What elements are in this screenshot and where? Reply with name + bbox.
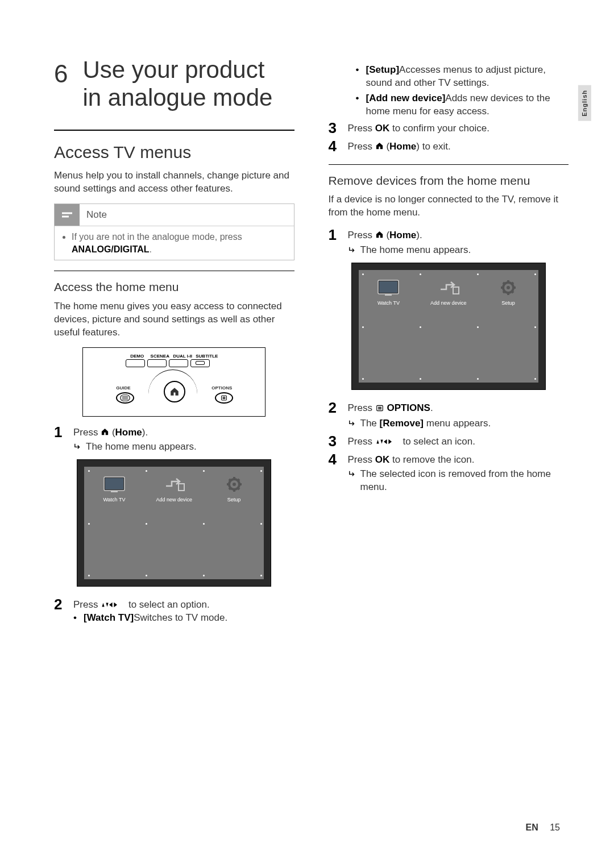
section-intro: Menus help you to install channels, chan… (54, 169, 294, 196)
page-footer: EN 15 (526, 821, 560, 834)
rule (54, 271, 294, 271)
remove-step-4: 4 Press OK to remove the icon. The selec… (329, 452, 569, 494)
left-column: 6 Use your product in analogue mode Acce… (54, 57, 294, 630)
result-arrow-icon (348, 244, 356, 257)
chapter-heading: 6 Use your product in analogue mode (54, 57, 294, 113)
result-arrow-icon (73, 441, 81, 454)
right-column: [Setup]Accesses menus to adjust picture,… (329, 57, 569, 630)
tv-menu-setup: Setup (204, 475, 264, 509)
tv-menu-figure: Watch TV Add new device Setup (351, 263, 546, 390)
subsection-intro: If a device is no longer connected to th… (329, 193, 569, 219)
remote-options-button (215, 392, 233, 404)
remove-step-1: 1 Press (Home). The home menu appears. (329, 227, 569, 257)
tv-menu-setup: Setup (478, 278, 538, 312)
subsection-heading: Access the home menu (54, 279, 294, 295)
step-2: 2 Press to select an option. [Watch TV]S… (54, 597, 294, 627)
options-icon (375, 403, 384, 416)
remove-step-2: 2 Press OPTIONS. The [Remove] menu appea… (329, 400, 569, 430)
footer-lang: EN (526, 823, 538, 832)
remote-guide-button (116, 392, 134, 404)
subsection-intro: The home menu gives you easy access to c… (54, 300, 294, 339)
option-watch-tv: [Watch TV]Switches to TV mode. (73, 612, 294, 625)
tv-menu-figure: Watch TV Add new device Setup (77, 459, 271, 587)
option-setup: [Setup]Accesses menus to adjust picture,… (356, 64, 569, 90)
chapter-title-line1: Use your product (82, 57, 264, 83)
rule (54, 130, 294, 131)
home-icon (375, 141, 384, 154)
home-icon (375, 230, 384, 243)
nav-arrows-icon (375, 438, 400, 447)
tv-menu-add-device: Add new device (418, 278, 478, 312)
chapter-title-line2: in analogue mode (82, 85, 272, 111)
tv-menu-watch-tv: Watch TV (84, 475, 144, 509)
remove-step-3: 3 Press to select an icon. (329, 434, 569, 448)
option-add-device: [Add new device]Adds new devices to the … (356, 92, 569, 118)
nav-arrows-icon (101, 601, 126, 610)
step-4: 4 Press (Home) to exit. (329, 139, 569, 154)
note-icon (55, 204, 80, 226)
rule (329, 164, 569, 165)
chapter-number: 6 (54, 57, 68, 90)
step-3: 3 Press OK to confirm your choice. (329, 121, 569, 135)
result-arrow-icon (348, 417, 356, 430)
tv-menu-add-device: Add new device (144, 475, 204, 509)
language-tab: English (578, 85, 591, 121)
note-text: If you are not in the analogue mode, pre… (72, 231, 286, 255)
note-label: Note (80, 205, 114, 225)
footer-page-number: 15 (550, 823, 560, 832)
subsection-heading: Remove devices from the home menu (329, 173, 569, 189)
remote-home-button (164, 381, 185, 402)
section-heading: Access TV menus (54, 141, 294, 164)
note-box: Note If you are not in the analogue mode… (54, 203, 294, 260)
remote-control-figure: DEMO SCENEA DUAL I-II SUBTITLE (82, 347, 265, 417)
tv-menu-watch-tv: Watch TV (359, 278, 418, 312)
result-arrow-icon (348, 468, 356, 494)
step-1: 1 Press (Home). The home menu appears. (54, 425, 294, 454)
home-icon (101, 427, 109, 440)
